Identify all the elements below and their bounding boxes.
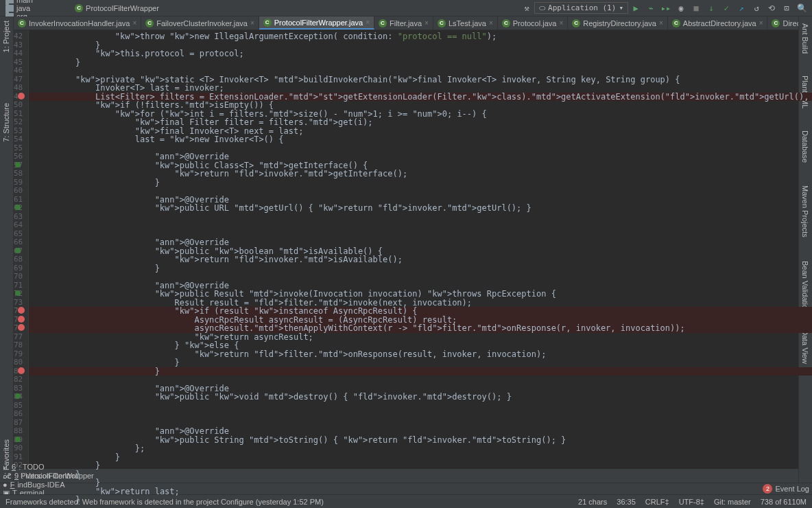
override-icon[interactable] [15,162,21,168]
override-icon[interactable] [15,393,21,399]
close-icon[interactable]: × [559,19,563,27]
editor-tab[interactable]: CRegistryDirectory.java× [568,16,668,30]
close-icon[interactable]: × [759,19,763,27]
class-icon: C [379,19,387,27]
editor: 42 43 44 45 46 47 48 49 50 51 52 53 54 5… [14,30,798,469]
debug-icon[interactable]: ⌁ [645,3,656,14]
revert-icon[interactable]: ⟲ [766,3,777,14]
left-tool-rail: 1: Project 7: Structure 2: Favorites [0,16,14,483]
profile-icon[interactable]: ◉ [676,3,686,14]
code-area[interactable]: "kw">throw "kw">new IllegalArgumentExcep… [29,30,812,469]
commit-icon[interactable]: ✓ [721,3,732,14]
navigation-bar: ucubator-dubbodubbo-rpcdubbo-rpc-apisrcm… [0,0,812,16]
editor-tabs: CInvokerInvocationHandler.java×CFailover… [14,16,798,30]
editor-tab[interactable]: CLsTest.java× [433,16,498,30]
class-icon: C [502,19,510,27]
override-icon[interactable] [15,248,21,253]
tool-icon: ● [3,481,8,489]
coverage-icon[interactable]: ▸▸ [660,3,671,14]
close-icon[interactable]: × [250,19,254,27]
breadcrumb-folder[interactable]: java [3,4,72,12]
close-icon[interactable]: × [489,19,493,27]
editor-tab[interactable]: CFilter.java× [374,16,433,30]
class-icon: C [438,19,446,27]
build-icon[interactable]: ⚒ [521,3,532,14]
editor-tab[interactable]: CInvokerInvocationHandler.java× [14,16,141,30]
override-icon[interactable] [15,437,21,442]
editor-tab[interactable]: CProtocolFilterWrapper.java× [259,16,374,30]
close-icon[interactable]: × [659,19,663,27]
tool-icon: ✓ [3,463,9,472]
editor-tab[interactable]: CProtocol.java× [498,16,568,30]
history-icon[interactable]: ↺ [751,3,762,14]
class-icon: C [772,19,780,27]
class-icon: C [18,19,26,27]
update-icon[interactable]: ↓ [706,3,717,14]
breakpoint-icon[interactable] [18,324,25,331]
editor-tab[interactable]: CFailoverClusterInvoker.java× [141,16,259,30]
class-icon: C [572,19,580,27]
override-icon[interactable] [15,290,21,296]
close-icon[interactable]: × [132,19,136,27]
breakpoint-icon[interactable] [18,316,25,323]
stop-icon[interactable]: ■ [691,3,702,14]
override-icon[interactable] [15,205,21,210]
breakpoint-icon[interactable] [18,307,25,314]
class-icon: C [672,19,680,27]
tool-icon: ⎇ [3,472,12,481]
structure-tool[interactable]: 7: Structure [0,99,12,146]
search-icon[interactable]: 🔍 [796,3,807,14]
run-icon[interactable]: ▶ [630,3,641,14]
breakpoint-icon[interactable] [18,367,25,374]
class-icon: C [263,19,272,27]
close-icon[interactable]: × [425,19,429,27]
project-tool[interactable]: 1: Project [0,16,12,56]
editor-tab[interactable]: CDirectory.java× [767,16,798,30]
run-config-select[interactable]: ⬭ Application (1) ▾ [534,2,628,14]
folder-icon [5,5,14,12]
editor-tab[interactable]: CAbstractDirectory.java× [668,16,768,30]
push-icon[interactable]: ↗ [736,3,747,14]
breadcrumb-file[interactable]: CProtocolFilterWrapper [72,4,162,12]
breakpoint-icon[interactable] [18,93,25,100]
ide-settings-icon[interactable]: ⊡ [781,3,792,14]
close-icon[interactable]: × [366,19,370,26]
class-icon: C [145,19,154,27]
class-icon: C [75,4,83,12]
